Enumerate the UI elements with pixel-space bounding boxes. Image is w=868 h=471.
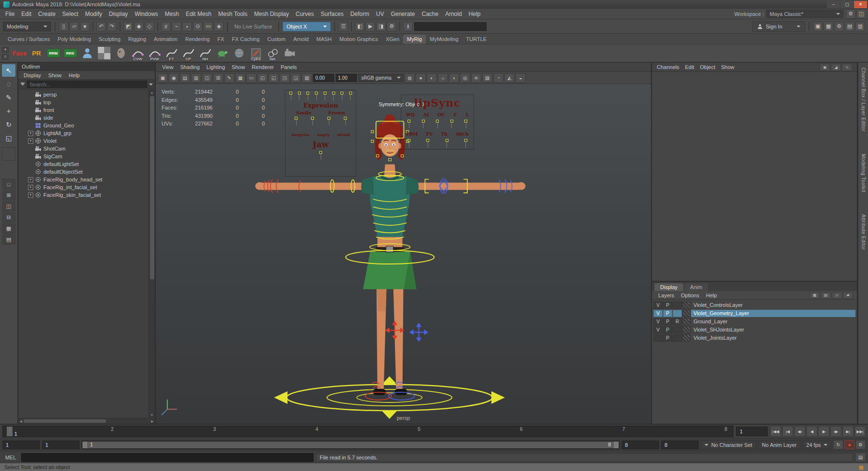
animation-start-field[interactable]: 1 bbox=[2, 441, 40, 449]
shelf-face-button[interactable]: Face bbox=[12, 45, 27, 61]
layer-playback-toggle[interactable]: P bbox=[663, 318, 672, 325]
gamma-field[interactable]: 1.00 bbox=[336, 74, 357, 82]
slider-handle[interactable] bbox=[344, 117, 347, 125]
scroll-up-icon[interactable]: ▲ bbox=[150, 90, 153, 95]
grease-pencil-icon[interactable]: ✎ bbox=[224, 73, 234, 83]
outliner-hscrollbar[interactable]: ◀ ▶ bbox=[18, 418, 155, 424]
slider-handle[interactable] bbox=[464, 139, 467, 148]
layer-visibility-toggle[interactable]: V bbox=[653, 318, 663, 325]
slider-handle[interactable] bbox=[422, 120, 425, 128]
slider-handle[interactable] bbox=[306, 92, 309, 100]
menu-edit-mesh[interactable]: Edit Mesh bbox=[182, 10, 215, 18]
outliner-caption[interactable]: Outliner bbox=[18, 63, 155, 71]
shelf-head-button[interactable] bbox=[113, 45, 129, 61]
layer-playback-toggle[interactable]: P bbox=[663, 310, 672, 317]
2d-pan-zoom-icon[interactable]: ⊞ bbox=[213, 73, 223, 83]
side-tab-modeling-toolkit[interactable]: Modeling Toolkit bbox=[861, 154, 866, 193]
menu-cache[interactable]: Cache bbox=[418, 10, 442, 18]
new-scene-icon[interactable]: ▯ bbox=[59, 22, 68, 31]
outliner-item-side[interactable]: side bbox=[18, 114, 149, 122]
uv-editor-toggle-icon[interactable]: ▦ bbox=[824, 22, 833, 31]
layer-violet-shjointslayer[interactable]: VPViolet_SHJointsLayer bbox=[652, 326, 857, 334]
outliner-item-top[interactable]: top bbox=[18, 98, 149, 106]
shelf-character-button[interactable] bbox=[79, 45, 95, 61]
layer-menu-help[interactable]: Help bbox=[703, 292, 720, 298]
outliner-item-persp[interactable]: persp bbox=[18, 91, 149, 98]
shelf-pr-button[interactable]: PR bbox=[28, 45, 44, 61]
close-button[interactable]: ✕ bbox=[854, 1, 867, 8]
layer-violet-jointslayer[interactable]: PViolet_JointsLayer bbox=[652, 334, 857, 342]
make-live-icon[interactable]: ◈ bbox=[214, 22, 224, 31]
script-editor-icon[interactable]: ▤ bbox=[855, 453, 866, 462]
workspace-layout-icon[interactable]: ◫ bbox=[856, 9, 866, 19]
layer-menu-options[interactable]: Options bbox=[678, 292, 703, 298]
snap-projected-center-icon[interactable]: ⊙ bbox=[193, 22, 203, 31]
menu-deform[interactable]: Deform bbox=[347, 10, 372, 18]
paint-select-tool[interactable]: ✎ bbox=[2, 91, 15, 104]
outliner-item-defaultlightset[interactable]: defaultLightSet bbox=[18, 160, 149, 168]
layout-four-pane[interactable]: ⊞ bbox=[2, 190, 15, 200]
shelf-tab-motion-graphics[interactable]: Motion Graphics bbox=[336, 35, 382, 44]
modeling-toolkit-toggle-icon[interactable]: ▣ bbox=[813, 22, 823, 31]
layer-visibility-toggle[interactable] bbox=[653, 334, 663, 342]
shelf-tab-toggle-icon[interactable]: ▾ bbox=[2, 47, 9, 53]
bookmark-icon[interactable]: ▥ bbox=[191, 73, 201, 83]
shelf-cped-button[interactable]: CpEd bbox=[248, 45, 264, 61]
channel-box-toggle-icon[interactable]: ▥ bbox=[855, 22, 865, 31]
tool-settings-toggle-icon[interactable]: ⚙ bbox=[834, 22, 844, 31]
redo-icon[interactable]: ↷ bbox=[107, 22, 117, 31]
shelf-menu-icon[interactable]: ≡ bbox=[2, 54, 9, 60]
shelf-nh-button[interactable]: NH bbox=[197, 45, 213, 61]
layer-move-icon[interactable]: ▤ bbox=[821, 292, 831, 299]
rotate-tool[interactable]: ↻ bbox=[2, 118, 15, 131]
slider-handle[interactable] bbox=[436, 120, 439, 128]
outliner-menu-help[interactable]: Help bbox=[66, 72, 83, 78]
status-input-field[interactable] bbox=[414, 22, 487, 31]
slider-handle[interactable] bbox=[407, 139, 410, 148]
manipulator-icon[interactable]: ◉ bbox=[820, 64, 830, 71]
last-tool[interactable] bbox=[2, 147, 15, 161]
filter-icon[interactable] bbox=[20, 83, 25, 86]
layer-display-type-toggle[interactable] bbox=[673, 310, 682, 317]
film-gate-icon[interactable]: ▭ bbox=[246, 73, 257, 83]
shelf-rrm-button[interactable]: RRM bbox=[45, 45, 61, 61]
sign-in-button[interactable]: Sign In bbox=[752, 21, 805, 32]
layer-swatch[interactable] bbox=[682, 302, 691, 309]
outliner-item-violet[interactable]: +Violet bbox=[18, 137, 149, 145]
move-tool[interactable]: + bbox=[2, 105, 15, 117]
outliner-item-sigcam[interactable]: SigCam bbox=[18, 152, 149, 160]
slider-handle[interactable] bbox=[315, 92, 318, 100]
menu-mesh-tools[interactable]: Mesh Tools bbox=[215, 10, 251, 18]
right-knee-control[interactable] bbox=[410, 323, 427, 341]
mel-input[interactable] bbox=[21, 453, 313, 462]
undo-icon[interactable]: ↶ bbox=[96, 22, 106, 31]
scrollbar-thumb[interactable] bbox=[150, 96, 154, 279]
shelf-set-button[interactable]: Set. bbox=[265, 45, 281, 61]
shelf-tab-mymodeling[interactable]: MyModeling bbox=[426, 35, 462, 44]
outliner-item-defaultobjectset[interactable]: defaultObjectSet bbox=[18, 168, 149, 176]
step-forward-key-button[interactable]: •▶ bbox=[830, 426, 841, 437]
slider-handle[interactable] bbox=[289, 92, 292, 100]
x-ray-icon[interactable]: ◒ bbox=[515, 73, 526, 83]
layer-ground-layer[interactable]: VPRGround_Layer bbox=[652, 318, 857, 326]
play-backwards-button[interactable]: ◀ bbox=[806, 426, 817, 437]
menu-generate[interactable]: Generate bbox=[387, 10, 418, 18]
open-render-view-icon[interactable]: ◧ bbox=[355, 22, 365, 31]
snap-point-icon[interactable]: • bbox=[182, 22, 192, 31]
snap-grid-icon[interactable]: # bbox=[161, 22, 171, 31]
menu-file[interactable]: File bbox=[2, 10, 18, 18]
layer-visibility-toggle[interactable]: V bbox=[653, 326, 663, 333]
minimize-button[interactable]: – bbox=[827, 1, 840, 8]
layout-outliner-persp[interactable]: ▤ bbox=[2, 235, 15, 245]
lock-camera-icon[interactable]: ◉ bbox=[169, 73, 179, 83]
menu-windows[interactable]: Windows bbox=[131, 10, 162, 18]
menu-select[interactable]: Select bbox=[59, 10, 81, 18]
shelf-tab-animation[interactable]: Animation bbox=[150, 35, 181, 44]
layer-violet-controlslayer[interactable]: VPViolet_ControlsLayer bbox=[652, 301, 857, 309]
scroll-down-icon[interactable]: ▼ bbox=[150, 412, 153, 417]
resolution-gate-icon[interactable]: ◰ bbox=[258, 73, 268, 83]
render-settings-icon[interactable]: ⚙ bbox=[387, 22, 396, 31]
layout-two-stacked[interactable]: ⊟ bbox=[2, 212, 15, 222]
construction-history-icon[interactable]: ☰ bbox=[339, 22, 348, 31]
channel-menu-channels[interactable]: Channels bbox=[657, 64, 685, 70]
